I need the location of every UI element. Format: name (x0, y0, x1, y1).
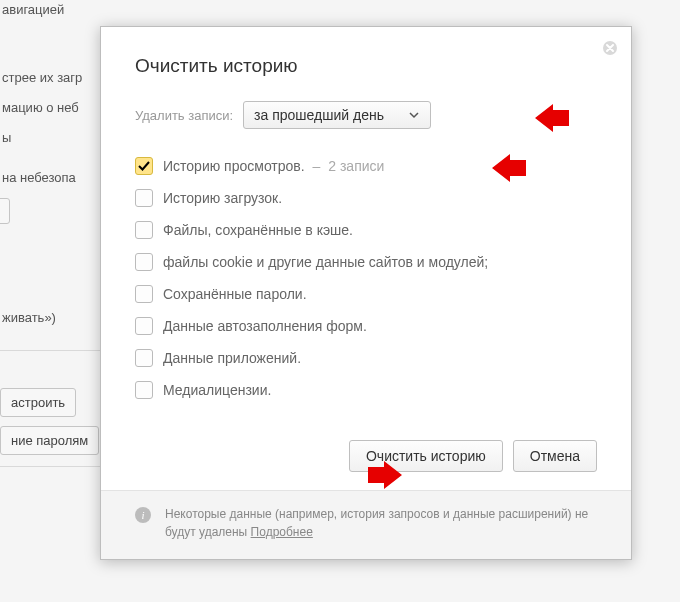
bg-text: стрее их загр (2, 70, 82, 85)
checkbox-icon (135, 317, 153, 335)
checkbox-label: Медиалицензии. (163, 382, 271, 398)
checkbox-media-licenses[interactable]: Медиалицензии. (135, 381, 597, 399)
learn-more-link[interactable]: Подробнее (251, 525, 313, 539)
dash: – (313, 158, 321, 174)
bg-button-passwords[interactable]: ние паролям (0, 426, 99, 455)
bg-text: авигацией (2, 2, 64, 17)
dialog-footer: i Некоторые данные (например, история за… (101, 490, 631, 559)
checkbox-icon (135, 349, 153, 367)
checkbox-icon (135, 157, 153, 175)
info-icon: i (135, 507, 151, 523)
time-range-value: за прошедший день (254, 107, 384, 123)
dialog-actions: Очистить историю Отмена (101, 432, 631, 490)
checkbox-icon (135, 253, 153, 271)
checkbox-icon (135, 221, 153, 239)
checkbox-cookies[interactable]: файлы cookie и другие данные сайтов и мо… (135, 253, 597, 271)
chevron-down-icon (408, 109, 420, 121)
checkbox-cached-files[interactable]: Файлы, сохранённые в кэше. (135, 221, 597, 239)
checkbox-app-data[interactable]: Данные приложений. (135, 349, 597, 367)
checkbox-label: файлы cookie и другие данные сайтов и мо… (163, 254, 488, 270)
clear-history-button[interactable]: Очистить историю (349, 440, 503, 472)
checkbox-icon (135, 285, 153, 303)
bg-button-fragment[interactable] (0, 198, 10, 224)
checkbox-label: Историю загрузок. (163, 190, 282, 206)
checkbox-label: Историю просмотров. (163, 158, 305, 174)
checkbox-list: Историю просмотров. – 2 записи Историю з… (135, 157, 597, 399)
clear-history-dialog: Очистить историю Удалить записи: за прош… (100, 26, 632, 560)
bg-text: живать») (2, 310, 56, 325)
bg-text: на небезопа (2, 170, 76, 185)
checkbox-label: Файлы, сохранённые в кэше. (163, 222, 353, 238)
time-range-select[interactable]: за прошедший день (243, 101, 431, 129)
checkbox-icon (135, 189, 153, 207)
close-icon[interactable] (599, 37, 621, 59)
time-range-row: Удалить записи: за прошедший день (135, 101, 597, 129)
checkbox-browsing-history[interactable]: Историю просмотров. – 2 записи (135, 157, 597, 175)
bg-text: ы (2, 130, 11, 145)
time-range-label: Удалить записи: (135, 108, 233, 123)
checkbox-download-history[interactable]: Историю загрузок. (135, 189, 597, 207)
bg-button-settings[interactable]: астроить (0, 388, 76, 417)
checkbox-autofill[interactable]: Данные автозаполнения форм. (135, 317, 597, 335)
checkbox-label: Сохранённые пароли. (163, 286, 307, 302)
dialog-title: Очистить историю (135, 55, 597, 77)
cancel-button[interactable]: Отмена (513, 440, 597, 472)
dialog-body: Очистить историю Удалить записи: за прош… (101, 27, 631, 432)
checkbox-sublabel: 2 записи (328, 158, 384, 174)
checkbox-saved-passwords[interactable]: Сохранённые пароли. (135, 285, 597, 303)
footer-text: Некоторые данные (например, история запр… (165, 505, 597, 541)
checkbox-icon (135, 381, 153, 399)
bg-text: мацию о неб (2, 100, 79, 115)
checkbox-label: Данные автозаполнения форм. (163, 318, 367, 334)
checkbox-label: Данные приложений. (163, 350, 301, 366)
